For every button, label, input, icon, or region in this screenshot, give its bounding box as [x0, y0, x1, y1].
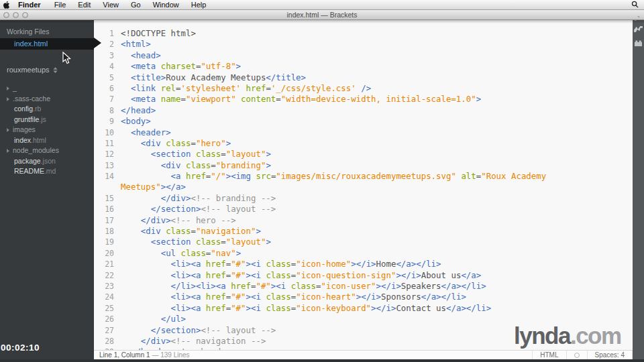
code-text: </section><!-- layout --> [121, 325, 276, 336]
lint-circle-icon [574, 353, 580, 358]
window-titlebar[interactable]: index.html — Brackets [0, 10, 644, 20]
extension-toolbar [633, 20, 644, 362]
code-text: <div class="navigation"> [121, 226, 261, 237]
menubar: FinderFileEditViewGoWindowHelp [0, 0, 644, 10]
line-number: 20 [94, 248, 121, 259]
menu-view[interactable]: View [97, 1, 125, 9]
line-number: 11 [94, 138, 121, 149]
code-line-23[interactable]: 23 </li><li><a href="#"><i class="icon-u… [94, 281, 633, 292]
code-line-15[interactable]: 15 </div><!-- branding --> [94, 193, 633, 204]
code-line-11[interactable]: 11 <div class="hero"> [94, 138, 633, 149]
code-text: <li><a href="#"><i class="icon-keyboard"… [121, 303, 491, 314]
live-preview-icon[interactable] [634, 25, 643, 33]
code-line-22[interactable]: 22 <li><a href="#"><i class="icon-questi… [94, 270, 633, 281]
project-switcher[interactable]: rouxmeetups [7, 66, 94, 74]
code-text: </div><!-- hero --> [121, 215, 236, 226]
apple-menu-icon[interactable] [0, 1, 12, 9]
selected-file-arrow [94, 38, 101, 48]
mouse-cursor [62, 52, 71, 64]
code-text: <li><a href="#"><i class="icon-heart"></… [121, 292, 466, 302]
window-bottom-edge [0, 359, 644, 362]
screen: FinderFileEditViewGoWindowHelp index.htm… [0, 0, 644, 362]
disclosure-triangle-icon[interactable] [7, 86, 9, 90]
code-text: <link rel='stylesheet' href='_/css/style… [121, 83, 371, 94]
code-line-10[interactable]: 10 <header> [94, 127, 633, 138]
line-number: 5 [94, 72, 121, 83]
code-line-14[interactable]: 14 <a href="/"><img src="images/misc/rou… [94, 171, 633, 182]
disclosure-triangle-icon[interactable] [7, 128, 9, 132]
code-line-9[interactable]: 9<body> [94, 116, 633, 127]
tree-folder-_[interactable]: _ [0, 83, 94, 94]
line-number: 13 [94, 160, 121, 171]
code-line-13[interactable]: 13 <div class="branding"> [94, 160, 633, 171]
menu-help[interactable]: Help [185, 1, 213, 9]
code-line-2[interactable]: 2<html> [94, 39, 633, 50]
spotlight-search-icon[interactable] [631, 1, 639, 9]
code-text: <!DOCTYPE html> [121, 28, 196, 39]
indent-setting-status[interactable]: Spaces: 4 [587, 351, 633, 359]
menu-edit[interactable]: Edit [72, 1, 97, 9]
code-text: <html> [121, 39, 151, 50]
code-line-7[interactable]: 7 <meta name="viewport" content="width=d… [94, 94, 633, 105]
code-line-4[interactable]: 4 <meta charset="utf-8"> [94, 61, 633, 72]
code-line-3[interactable]: 3 <head> [94, 50, 633, 61]
tree-file-config.rb[interactable]: config.rb [0, 104, 94, 115]
code-line-wrap[interactable]: Meetups"></a> [94, 182, 633, 192]
code-line-20[interactable]: 20 <ul class="nav"> [94, 248, 633, 259]
code-text: <li><a href="#"><i class="icon-question-… [121, 270, 481, 281]
line-number [94, 182, 121, 192]
code-line-1[interactable]: 1<!DOCTYPE html> [94, 28, 633, 39]
code-text: Meetups"></a> [121, 182, 186, 192]
code-line-16[interactable]: 16 </section><!-- layout --> [94, 204, 633, 215]
disclosure-triangle-icon[interactable] [7, 149, 9, 153]
tree-file-gruntfile.js[interactable]: gruntfile.js [0, 115, 94, 125]
project-name: rouxmeetups [7, 66, 50, 74]
code-line-5[interactable]: 5 <title>Roux Academy Meetups</title> [94, 72, 633, 83]
language-mode-status[interactable]: HTML [532, 351, 566, 359]
fullscreen-icon[interactable] [634, 12, 640, 24]
code-text: <title>Roux Academy Meetups</title> [121, 72, 306, 83]
code-text: <section class="layout"> [121, 237, 271, 247]
menu-finder[interactable]: Finder [12, 1, 48, 9]
code-line-12[interactable]: 12 <section class="layout"> [94, 149, 633, 160]
code-line-17[interactable]: 17 </div><!-- hero --> [94, 215, 633, 226]
menu-file[interactable]: File [48, 1, 72, 9]
line-number: 4 [94, 61, 121, 72]
extension-manager-icon[interactable] [634, 40, 643, 47]
code-line-18[interactable]: 18 <div class="navigation"> [94, 226, 633, 237]
code-text: <header> [121, 127, 171, 138]
line-number: 17 [94, 215, 121, 226]
editor-pane[interactable]: 1<!DOCTYPE html>2<html>3 <head>4 <meta c… [94, 20, 633, 359]
tree-file-README.md[interactable]: README.md [0, 166, 94, 177]
code-line-24[interactable]: 24 <li><a href="#"><i class="icon-heart"… [94, 292, 633, 302]
line-number: 26 [94, 314, 121, 324]
code-text: <head> [121, 50, 161, 61]
code-text: <meta name="viewport" content="width=dev… [121, 94, 481, 105]
menu-window[interactable]: Window [147, 1, 185, 9]
code-text: <div class="hero"> [121, 138, 231, 149]
tree-folder-.sass-cache[interactable]: .sass-cache [0, 94, 94, 105]
working-file-index.html[interactable]: index.html [0, 38, 94, 50]
code-line-8[interactable]: 8</head> [94, 105, 633, 116]
code-line-6[interactable]: 6 <link rel='stylesheet' href='_/css/sty… [94, 83, 633, 94]
code-line-25[interactable]: 25 <li><a href="#"><i class="icon-keyboa… [94, 303, 633, 314]
code-line-19[interactable]: 19 <section class="layout"> [94, 237, 633, 247]
line-number: 19 [94, 237, 121, 247]
code-line-21[interactable]: 21 <li><a href="#"><i class="icon-home">… [94, 259, 633, 269]
cursor-position-status: Line 1, Column 1 — 139 Lines [94, 351, 190, 359]
menu-go[interactable]: Go [125, 1, 147, 9]
tree-file-index.html[interactable]: index.html [0, 135, 94, 146]
working-files-header: Working Files [7, 27, 94, 36]
line-number: 27 [94, 325, 121, 336]
code-area[interactable]: 1<!DOCTYPE html>2<html>3 <head>4 <meta c… [94, 20, 633, 358]
tree-file-package.json[interactable]: package.json [0, 156, 94, 167]
code-text: </section><!-- layout --> [121, 204, 276, 215]
tree-folder-node_modules[interactable]: node_modules [0, 145, 94, 156]
line-number: 9 [94, 116, 121, 127]
line-number: 25 [94, 303, 121, 314]
line-number: 23 [94, 281, 121, 292]
lint-status[interactable] [566, 351, 587, 359]
tree-folder-images[interactable]: images [0, 125, 94, 135]
disclosure-triangle-icon[interactable] [7, 97, 9, 101]
line-number: 24 [94, 292, 121, 302]
